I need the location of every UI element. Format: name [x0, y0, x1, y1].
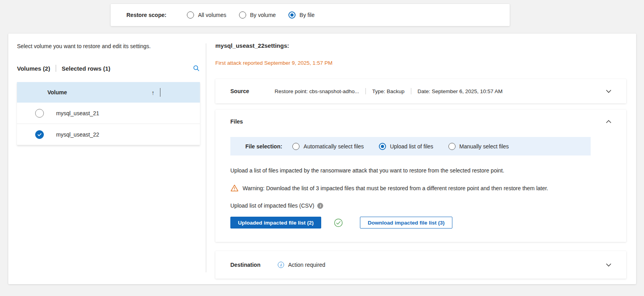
warning-text: Warning: Download the list of 3 impacted… [243, 185, 548, 191]
upload-success-icon [334, 218, 343, 227]
radio-icon[interactable] [288, 11, 296, 19]
volume-name: mysql_useast_22 [56, 131, 99, 138]
check-icon [37, 132, 42, 137]
action-required-text: Action required [288, 262, 325, 268]
file-option-automatic[interactable]: Automatically select files [292, 143, 364, 150]
source-type: Type: Backup [372, 88, 405, 94]
radio-icon[interactable] [292, 143, 299, 150]
file-option-label: Upload list of files [390, 143, 433, 150]
radio-icon[interactable] [448, 143, 456, 150]
files-label: Files [230, 118, 243, 125]
column-header-volume[interactable]: Volume [47, 89, 67, 96]
source-restore-point: Restore point: cbs-snapshot-adho... [275, 88, 359, 94]
selected-rows-count: Selected rows (1) [62, 65, 110, 72]
radio-icon[interactable] [187, 11, 194, 19]
scope-option-label: All volumes [198, 12, 226, 18]
restore-scope-label: Restore scope: [126, 12, 166, 18]
attack-notice: First attack reported September 9, 2025,… [215, 60, 332, 66]
header-separator [56, 65, 56, 72]
volumes-list-header: Volumes (2) Selected rows (1) [17, 64, 200, 73]
settings-title: mysql_useast_22settings: [215, 42, 289, 49]
chevron-down-icon[interactable] [605, 262, 612, 268]
restore-scope-bar: Restore scope: All volumes By volume By … [111, 4, 510, 26]
table-row-mysql-useast-22[interactable]: mysql_useast_22 [17, 124, 200, 145]
meta-separator [365, 88, 366, 94]
restore-main-panel: Select volume you want to restore and ed… [8, 34, 636, 284]
file-selection-label: File selection: [245, 143, 282, 150]
files-section-header: Files [215, 110, 626, 133]
radio-icon[interactable] [379, 143, 386, 150]
file-option-upload-list[interactable]: Upload list of files [379, 143, 433, 150]
scope-option-by-volume[interactable]: By volume [239, 11, 276, 19]
search-icon[interactable] [193, 65, 200, 72]
destination-section: Destination i Action required [215, 251, 626, 279]
download-file-list-button[interactable]: Download impacted file list (3) [360, 217, 452, 229]
sort-control[interactable]: ↑ [152, 88, 161, 97]
source-section: Source Restore point: cbs-snapshot-adho.… [215, 79, 626, 103]
upload-label-row: Upload list of impacted files (CSV) i [230, 202, 611, 209]
file-option-label: Automatically select files [303, 143, 364, 150]
row-select-radio[interactable] [35, 130, 44, 139]
table-row-mysql-useast-21[interactable]: mysql_useast_21 [17, 103, 200, 124]
action-required-info-icon: i [278, 262, 284, 268]
meta-separator [411, 88, 411, 94]
warning-icon [230, 184, 239, 192]
upload-description: Upload a list of files impacted by the r… [230, 167, 611, 174]
radio-icon[interactable] [239, 11, 246, 19]
scope-option-by-file[interactable]: By file [288, 11, 314, 19]
files-section: Files File selection: Automatically sele… [215, 110, 626, 242]
file-option-manual[interactable]: Manually select files [448, 143, 509, 150]
scope-option-all-volumes[interactable]: All volumes [187, 11, 226, 19]
file-selection-bar: File selection: Automatically select fil… [230, 137, 591, 155]
row-select-radio[interactable] [35, 109, 44, 118]
volume-name: mysql_useast_21 [56, 110, 99, 116]
chevron-down-icon[interactable] [605, 88, 612, 95]
warning-message: Warning: Download the list of 3 impacted… [230, 184, 611, 192]
scope-option-label: By file [299, 12, 314, 18]
file-list-actions: Uploaded impacted file list (2) Download… [230, 217, 611, 229]
upload-csv-label: Upload list of impacted files (CSV) [230, 202, 314, 209]
panel-divider [206, 43, 206, 272]
scope-option-label: By volume [250, 12, 276, 18]
source-date: Date: September 6, 2025, 10:57 AM [418, 88, 503, 94]
column-resize-handle[interactable] [160, 88, 160, 97]
file-option-label: Manually select files [459, 143, 509, 150]
source-label: Source [230, 88, 275, 94]
uploaded-file-list-button[interactable]: Uploaded impacted file list (2) [230, 217, 321, 229]
sort-ascending-icon[interactable]: ↑ [152, 89, 155, 96]
destination-label: Destination [230, 262, 260, 268]
volumes-count: Volumes (2) [17, 65, 50, 72]
volumes-table-header[interactable]: Volume ↑ [17, 82, 200, 103]
volume-select-instruction: Select volume you want to restore and ed… [17, 43, 151, 49]
chevron-up-icon[interactable] [605, 118, 612, 125]
volumes-table: Volume ↑ mysql_useast_21 mysql_useast_22 [17, 82, 200, 145]
info-icon[interactable]: i [317, 203, 323, 209]
